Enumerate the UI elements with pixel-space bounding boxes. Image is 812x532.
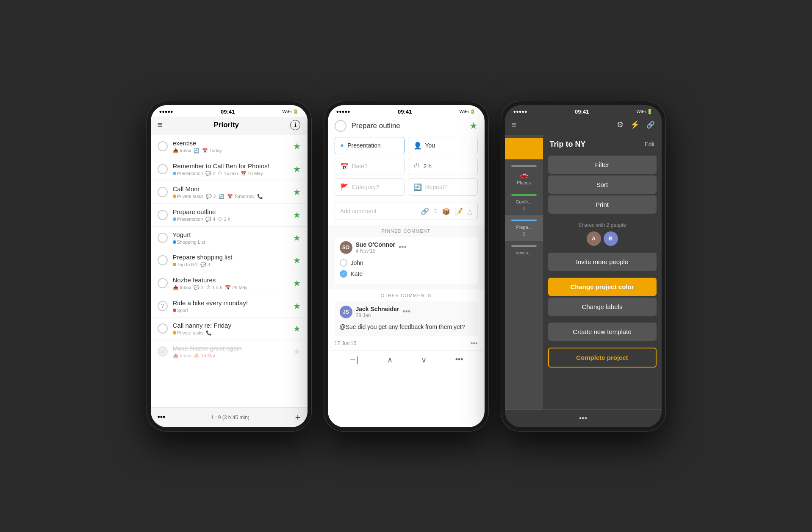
flag-icon: 🚩 — [340, 183, 349, 191]
field-row-2: 📅 Date? ⏱ 2 h — [335, 158, 478, 175]
link-icon[interactable]: 🔗 — [646, 121, 655, 129]
task-meta: 📥 Inbox 🔄 📅 Today — [173, 148, 290, 153]
task-item[interactable]: ? Ride a bike every monday! Sport ★ — [151, 295, 308, 318]
date-field[interactable]: 📅 Date? — [335, 158, 405, 175]
task-meta: Trip to NY 💬 3 — [173, 262, 290, 267]
task-star[interactable]: ★ — [293, 210, 301, 220]
dropbox-icon[interactable]: 📦 — [442, 207, 450, 215]
task-meta: Shopping List — [173, 240, 290, 245]
sort-button[interactable]: Sort — [548, 175, 657, 194]
task-circle[interactable] — [158, 278, 168, 288]
filter-button[interactable]: Filter — [548, 156, 657, 174]
task-comments: 💬 4 — [205, 217, 215, 222]
task-circle[interactable]: ? — [158, 301, 168, 311]
create-template-button[interactable]: Create new template — [548, 323, 657, 341]
comment-author: Sue O'Connor — [356, 241, 396, 248]
task-circle[interactable] — [158, 233, 168, 243]
more-dots[interactable]: ••• — [579, 414, 587, 423]
task-title: Prepare outline — [173, 208, 290, 215]
change-color-button[interactable]: Change project color — [548, 278, 657, 296]
more-options-button[interactable]: ••• — [455, 355, 463, 364]
project-color — [511, 165, 537, 167]
task-star[interactable]: ★ — [293, 323, 301, 334]
task-star[interactable]: ★ — [293, 346, 301, 357]
task-meta: Presentation 💬 4 ⏱ 2 h — [173, 217, 290, 222]
task-item[interactable]: Nozbe features 📥 Inbox 💬 2 ⏱ 1.5 h 📅 26 … — [151, 272, 308, 295]
menu-icon[interactable]: ≡ — [158, 120, 163, 130]
task-item[interactable]: Remember to Call Ben for Photos! Present… — [151, 158, 308, 181]
check-circle[interactable] — [340, 259, 347, 267]
gear-icon[interactable]: ⚙ — [617, 120, 624, 129]
task-detail-star[interactable]: ★ — [469, 120, 478, 131]
category-field[interactable]: 🚩 Category? — [335, 178, 405, 196]
comment-more-icon[interactable]: ••• — [399, 243, 407, 252]
task-circle[interactable] — [158, 323, 168, 334]
task-star[interactable]: ★ — [293, 301, 301, 311]
edit-link[interactable]: Edit — [644, 141, 654, 148]
more-dots[interactable]: ••• — [158, 413, 166, 422]
task-item[interactable]: Prepare shopping list Trip to NY 💬 3 ★ — [151, 249, 308, 272]
task-item[interactable]: Prepare outline Presentation 💬 4 ⏱ 2 h ★ — [151, 204, 308, 227]
status-bar-1: ●●●●● 09:41 WiFi 🔋 — [151, 105, 308, 117]
link-icon[interactable]: 🔗 — [421, 207, 429, 215]
task-star[interactable]: ★ — [293, 255, 301, 265]
project-list-panel: 🚗 Places Confir... 4 Prepa... 3 — [505, 135, 543, 409]
page-title: Priority — [214, 121, 239, 129]
invite-people-button[interactable]: Invite more people — [548, 253, 657, 271]
pinned-comment: SO Sue O'Connor 4 Nov'15 ••• John ✓ — [335, 237, 478, 284]
task-title: Ride a bike every monday! — [173, 299, 290, 306]
shared-avatars: A B — [548, 231, 657, 246]
navigate-first-button[interactable]: →| — [349, 355, 358, 364]
task-star[interactable]: ★ — [293, 141, 301, 151]
project-list-item[interactable]: new s... — [505, 241, 543, 260]
task-star[interactable]: ★ — [293, 233, 301, 243]
project-list-item[interactable]: 🚗 Places — [505, 161, 543, 190]
comment-timestamp: 17 Jun'15 — [335, 340, 357, 346]
project-list-item[interactable]: Prepa... 3 — [505, 215, 543, 241]
signal-1: ●●●●● — [159, 109, 173, 114]
task-checkbox[interactable] — [335, 120, 346, 132]
task-item[interactable]: ✓ Make Nozbe great again 📥 Inbox 🔥 14 Ma… — [151, 340, 308, 363]
task-circle[interactable] — [158, 187, 168, 197]
project-list-item[interactable]: Confir... 4 — [505, 190, 543, 215]
add-comment-box[interactable]: Add comment 🔗 ≡ 📦 📝 △ — [335, 203, 478, 220]
print-button[interactable]: Print — [548, 195, 657, 214]
task-star[interactable]: ★ — [293, 187, 301, 197]
task-item[interactable]: exercise 📥 Inbox 🔄 📅 Today ★ — [151, 135, 308, 158]
task-circle[interactable] — [158, 141, 168, 151]
lightning-icon[interactable]: ⚡ — [630, 120, 640, 129]
info-icon[interactable]: ℹ — [290, 120, 300, 130]
task-circle[interactable]: ✓ — [158, 346, 168, 357]
repeat-icon: 🔄 — [413, 183, 422, 191]
task-item[interactable]: Call nanny re: Friday Private tasks 📞 ★ — [151, 318, 308, 340]
drive-icon[interactable]: △ — [467, 207, 472, 215]
navigate-up-button[interactable]: ∧ — [387, 355, 393, 365]
task-star[interactable]: ★ — [293, 278, 301, 288]
list-icon[interactable]: ≡ — [433, 207, 437, 215]
complete-project-button[interactable]: Complete project — [548, 348, 657, 368]
change-labels-button[interactable]: Change labels — [548, 298, 657, 316]
evernote-icon[interactable]: 📝 — [454, 207, 463, 215]
task-circle[interactable] — [158, 210, 168, 220]
assignee-field[interactable]: 👤 You — [408, 137, 478, 154]
task-content: Nozbe features 📥 Inbox 💬 2 ⏱ 1.5 h 📅 26 … — [173, 276, 290, 290]
comment-date: 4 Nov'15 — [356, 248, 396, 254]
time-field[interactable]: ⏱ 2 h — [408, 158, 478, 175]
repeat-field[interactable]: 🔄 Repeat? — [408, 178, 478, 196]
comment-more-btn[interactable]: ••• — [471, 340, 478, 347]
task-project: Private tasks — [173, 330, 204, 335]
task-item[interactable]: Yogurt Shopping List ★ — [151, 227, 308, 249]
task-star[interactable]: ★ — [293, 164, 301, 174]
task-circle[interactable] — [158, 255, 168, 265]
task-circle[interactable] — [158, 164, 168, 174]
check-circle-checked[interactable]: ✓ — [340, 270, 347, 278]
navigate-down-button[interactable]: ∨ — [421, 355, 427, 365]
comment-more-icon[interactable]: ••• — [402, 307, 410, 316]
task-content: Prepare outline Presentation 💬 4 ⏱ 2 h — [173, 208, 290, 222]
add-task-button[interactable]: + — [295, 412, 301, 423]
comment-author-info: Sue O'Connor 4 Nov'15 — [356, 241, 396, 254]
project-field[interactable]: ● Presentation — [335, 137, 405, 154]
checklist-item: ✓ Kate — [340, 268, 473, 279]
task-item[interactable]: Call Mom Private tasks 💬 2 🔄 📅 Tomorrow … — [151, 181, 308, 204]
menu-icon[interactable]: ≡ — [512, 120, 517, 130]
